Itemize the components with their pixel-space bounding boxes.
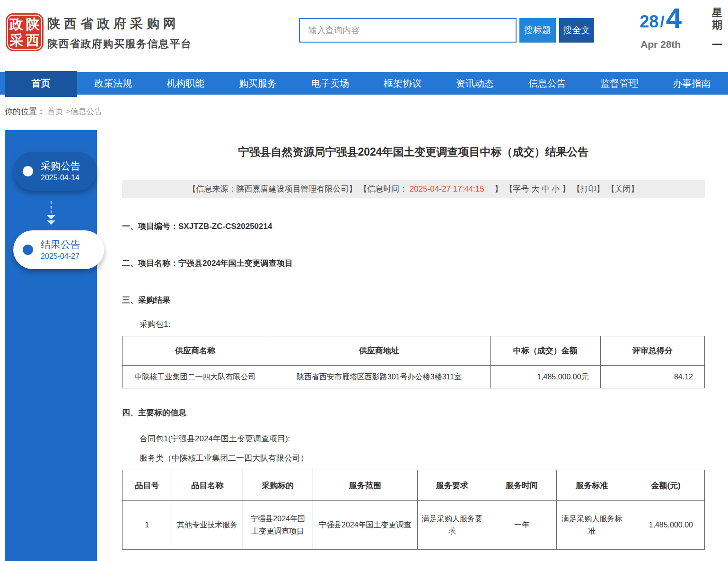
date-english: Apr 28th <box>640 39 682 50</box>
breadcrumb: 你的位置： 首页 >信息公告 <box>0 95 728 129</box>
column-header: 服务标准 <box>557 470 627 501</box>
date-day: 28 <box>640 11 658 32</box>
table-cell: 满足采购人服务标准 <box>557 501 627 550</box>
procurement-result-table: 供应商名称供应商地址中标（成交）金额评审总得分中陕核工业集团二一四大队有限公司陕… <box>122 336 705 388</box>
breadcrumb-current: >信息公告 <box>65 107 102 116</box>
table-cell: 1 <box>123 501 172 550</box>
weekday-label: 星 期 一 <box>712 7 722 51</box>
column-header: 服务范围 <box>313 470 418 501</box>
nav-item-7[interactable]: 信息公告 <box>511 72 583 95</box>
column-header: 采购标的 <box>243 470 313 501</box>
logo-char: 政 <box>9 16 25 32</box>
search-title-button[interactable]: 搜标题 <box>519 18 556 43</box>
nav-item-6[interactable]: 资讯动态 <box>439 72 511 95</box>
article-meta-bar: 【信息来源：陕西嘉唐建设项目管理有限公司】 【信息时间： 2025-04-27 … <box>122 180 705 198</box>
site-logo-seal-icon: 政 陕 采 西 <box>6 13 44 51</box>
column-header: 品目名称 <box>172 470 243 501</box>
fontsize-large-button[interactable]: 大 <box>531 184 539 193</box>
print-button[interactable]: 【打印】 <box>572 184 605 193</box>
section-subject-info-heading: 四、主要标的信息 <box>122 407 705 418</box>
search-fulltext-button[interactable]: 搜全文 <box>559 18 594 43</box>
table-row: 中陕核工业集团二一四大队有限公司陕西省西安市雁塔区西影路301号办公楼3楼311… <box>123 366 705 388</box>
table-cell: 1,485,000.00 <box>627 501 705 550</box>
table-cell: 一年 <box>487 501 557 550</box>
section-project-number: 一、项目编号：SXJTZB-ZC-CS20250214 <box>122 221 705 232</box>
sidebar-item-title: 采购公告 <box>41 159 80 173</box>
main-area: 采购公告 2025-04-14 结果公告 2025-04-27 宁强县自然资源局… <box>0 129 728 561</box>
table-cell: 其他专业技术服务 <box>172 501 243 550</box>
nav-item-9[interactable]: 办事指南 <box>656 72 728 95</box>
column-header: 中标（成交）金额 <box>490 336 600 366</box>
logo-char: 陕 <box>25 16 41 32</box>
fontsize-small-button[interactable]: 小 <box>552 184 560 193</box>
sidebar-item-date: 2025-04-14 <box>41 173 80 183</box>
fontsize-label-close: 】 <box>562 184 570 193</box>
column-header: 评审总得分 <box>600 336 704 366</box>
column-header: 金额(元) <box>627 470 705 501</box>
table-cell: 1,485,000.00元 <box>490 366 600 388</box>
timeline-dot-icon <box>23 166 33 176</box>
sidebar-item-procurement-announcement[interactable]: 采购公告 2025-04-14 <box>13 152 97 191</box>
section-project-name: 二、项目名称：宁强县2024年国土变更调查项目 <box>122 258 705 269</box>
weekday-char: 期 <box>712 19 722 31</box>
info-source: 【信息来源：陕西嘉唐建设项目管理有限公司】 <box>188 184 357 193</box>
table-cell: 满足采购人服务要求 <box>418 501 487 550</box>
table-cell: 宁强县2024年国土变更调查 <box>313 501 418 550</box>
info-time: 2025-04-27 17:44:15 <box>410 184 484 193</box>
breadcrumb-label: 你的位置： <box>5 107 45 116</box>
nav-item-1[interactable]: 政策法规 <box>77 72 149 95</box>
sidebar-item-date: 2025-04-27 <box>41 251 80 262</box>
sidebar-item-result-announcement[interactable]: 结果公告 2025-04-27 <box>13 230 104 269</box>
table-cell: 84.12 <box>600 366 704 388</box>
sidebar-item-title: 结果公告 <box>41 238 80 251</box>
table-row: 1其他专业技术服务宁强县2024年国土变更调查项目宁强县2024年国土变更调查满… <box>123 501 705 550</box>
weekday-char: 一 <box>712 39 722 51</box>
info-time-suffix: 】 <box>486 184 502 193</box>
nav-item-0[interactable]: 首页 <box>5 71 77 97</box>
main-nav: 首页政策法规机构职能购买服务电子卖场框架协议资讯动态信息公告监督管理办事指南 <box>0 72 728 95</box>
table-cell: 中陕核工业集团二一四大队有限公司 <box>123 366 268 388</box>
date-widget: 28 / 4 Apr 28th <box>640 5 682 50</box>
site-titles: 陕西省政府采购网 陕西省政府购买服务信息平台 <box>47 15 192 51</box>
column-header: 品目号 <box>123 470 172 501</box>
announcement-timeline-sidebar: 采购公告 2025-04-14 结果公告 2025-04-27 <box>5 130 97 561</box>
table-cell: 宁强县2024年国土变更调查项目 <box>243 501 313 550</box>
breadcrumb-home-link[interactable]: 首页 <box>47 107 63 116</box>
contract-package-label: 合同包1(宁强县2024年国土变更调查项目): <box>122 433 705 444</box>
close-button[interactable]: 【关闭】 <box>607 184 639 193</box>
timeline-dot-icon <box>23 245 33 255</box>
fontsize-label: 【字号 <box>505 184 531 193</box>
nav-item-2[interactable]: 机构职能 <box>149 72 222 95</box>
site-subtitle: 陕西省政府购买服务信息平台 <box>47 37 192 51</box>
column-header: 供应商地址 <box>268 336 490 366</box>
table-cell: 陕西省西安市雁塔区西影路301号办公楼3楼311室 <box>268 366 490 388</box>
subject-info-table: 品目号品目名称采购标的服务范围服务要求服务时间服务标准金额(元)1其他专业技术服… <box>122 470 705 550</box>
date-month: 4 <box>666 5 682 32</box>
section-procurement-result-heading: 三、采购结果 <box>122 295 705 306</box>
nav-item-3[interactable]: 购买服务 <box>222 72 294 95</box>
nav-item-5[interactable]: 框架协议 <box>366 72 439 95</box>
nav-item-8[interactable]: 监督管理 <box>583 72 656 95</box>
column-header: 供应商名称 <box>123 336 268 366</box>
column-header: 服务要求 <box>418 470 487 501</box>
search-input[interactable] <box>299 18 517 43</box>
page-title: 宁强县自然资源局宁强县2024年国土变更调查项目中标（成交）结果公告 <box>122 145 705 159</box>
info-time-prefix: 【信息时间： <box>359 184 407 193</box>
logo-char: 西 <box>25 32 41 48</box>
date-slash: / <box>660 10 664 32</box>
logo-char: 采 <box>9 32 25 48</box>
site-header: 政 陕 采 西 陕西省政府采购网 陕西省政府购买服务信息平台 搜标题 搜全文 2… <box>0 0 728 72</box>
fontsize-medium-button[interactable]: 中 <box>542 184 550 193</box>
weekday-char: 星 <box>712 7 722 19</box>
package-label: 采购包1: <box>122 319 705 330</box>
site-title: 陕西省政府采购网 <box>47 15 192 32</box>
column-header: 服务时间 <box>487 470 557 501</box>
article-content: 宁强县自然资源局宁强县2024年国土变更调查项目中标（成交）结果公告 【信息来源… <box>97 145 728 550</box>
service-category-label: 服务类（中陕核工业集团二一四大队有限公司） <box>122 453 705 464</box>
search-bar: 搜标题 搜全文 <box>299 18 594 43</box>
timeline-arrow-down-icon <box>5 201 97 226</box>
nav-item-4[interactable]: 电子卖场 <box>294 72 367 95</box>
